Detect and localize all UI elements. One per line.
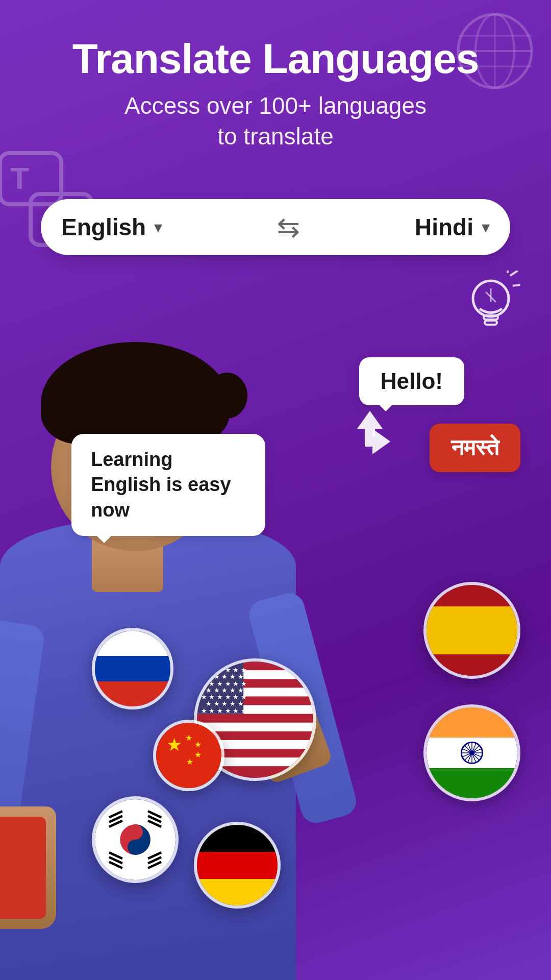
germany-flag <box>194 822 281 909</box>
korea-flag <box>92 796 179 883</box>
headline-main: Translate Languages <box>31 36 520 82</box>
learning-bubble: LearningEnglish is easy now <box>71 434 265 536</box>
svg-marker-18 <box>357 411 383 436</box>
to-language-label: Hindi <box>415 213 473 241</box>
svg-rect-39 <box>95 656 170 681</box>
svg-text:★ ★ ★ ★ ★ ★: ★ ★ ★ ★ ★ ★ <box>201 707 247 715</box>
svg-rect-48 <box>427 707 517 738</box>
svg-rect-6 <box>0 153 61 204</box>
from-language-option[interactable]: English ▾ <box>61 213 162 241</box>
china-flag: ★ ★ ★ ★ ★ <box>153 720 224 791</box>
svg-text:★: ★ <box>194 740 202 749</box>
svg-rect-49 <box>427 768 517 798</box>
svg-text:★: ★ <box>166 735 182 754</box>
india-flag <box>423 704 520 801</box>
from-language-chevron: ▾ <box>154 217 162 237</box>
person-area: Hello! नमस्ते LearningEnglish is easy no… <box>0 245 551 980</box>
translation-arrows <box>347 408 393 454</box>
svg-rect-77 <box>197 825 278 852</box>
svg-text:T: T <box>10 161 29 195</box>
to-language-chevron: ▾ <box>482 217 490 237</box>
headline-sub: Access over 100+ languagesto translate <box>31 91 520 152</box>
to-language-option[interactable]: Hindi ▾ <box>415 213 490 241</box>
flags-container: ★ ★ ★ ★ ★ ★ ★ ★ ★ ★ ★ ★ ★ ★ ★ ★ ★ ★ ★ ★ … <box>51 582 551 939</box>
svg-rect-40 <box>95 681 170 706</box>
spain-flag <box>423 582 520 679</box>
headline-block: Translate Languages Access over 100+ lan… <box>0 36 551 152</box>
svg-text:★: ★ <box>185 733 192 742</box>
svg-text:★: ★ <box>194 750 202 759</box>
swap-button[interactable]: ⇄ <box>277 211 300 243</box>
russia-flag <box>92 628 173 709</box>
svg-point-62 <box>128 824 143 840</box>
from-language-label: English <box>61 213 146 241</box>
svg-rect-78 <box>197 852 278 879</box>
namaste-bubble: नमस्ते <box>430 424 520 472</box>
svg-rect-37 <box>427 606 517 654</box>
svg-point-63 <box>128 840 143 855</box>
svg-text:★: ★ <box>186 757 193 766</box>
hero-section: T A Translate Languages Access over 100+… <box>0 0 551 980</box>
hello-bubble: Hello! <box>359 357 464 405</box>
